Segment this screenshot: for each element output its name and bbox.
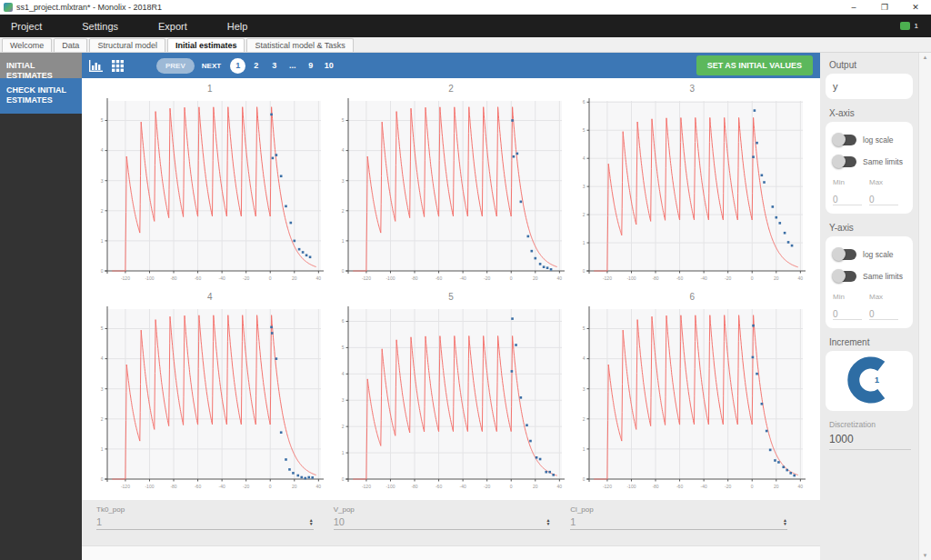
page-button-9[interactable]: 9	[303, 58, 318, 74]
subplot-title: 4	[207, 290, 213, 304]
param-v-pop-input[interactable]	[334, 516, 543, 527]
svg-text:2: 2	[583, 212, 586, 217]
svg-text:0: 0	[100, 476, 103, 482]
svg-text:-20: -20	[243, 275, 249, 281]
y-log-scale-toggle[interactable]	[833, 249, 856, 260]
svg-text:0: 0	[510, 484, 513, 489]
page-button-3[interactable]: 3	[266, 58, 282, 74]
menu-bar: Project Settings Export Help 1	[0, 15, 931, 37]
svg-text:0: 0	[751, 275, 754, 281]
chat-bubble-icon	[900, 22, 910, 30]
svg-text:-100: -100	[145, 484, 154, 489]
subplot-6: 6-120-100-80-60-40-2002040012345	[572, 290, 813, 498]
svg-text:2: 2	[342, 208, 345, 214]
scroll-up-icon[interactable]: ▲	[923, 55, 928, 60]
param-tk0-pop-input[interactable]	[96, 516, 305, 527]
tab-structural-model[interactable]: Structural model	[89, 38, 165, 52]
svg-text:-80: -80	[411, 275, 417, 281]
svg-text:5: 5	[342, 117, 345, 123]
svg-text:-100: -100	[385, 275, 395, 281]
svg-text:-120: -120	[603, 484, 612, 489]
minimize-button[interactable]: –	[838, 0, 869, 15]
page-button-10[interactable]: 10	[321, 58, 336, 74]
svg-text:4: 4	[342, 371, 345, 376]
plots-grid: 1-120-100-80-60-40-20020400123452-120-10…	[82, 78, 820, 500]
notification-area[interactable]: 1	[900, 22, 918, 30]
svg-text:0: 0	[583, 476, 586, 482]
svg-text:-60: -60	[676, 275, 683, 281]
subplot-5: 5-120-100-80-60-40-20020400123456	[330, 290, 571, 498]
close-button[interactable]: ✕	[900, 0, 931, 15]
x-axis-section-title: X-axis	[829, 108, 913, 118]
param-cl-pop-input[interactable]	[570, 516, 779, 527]
svg-text:2: 2	[100, 208, 103, 214]
svg-text:-80: -80	[170, 275, 176, 281]
subplot-canvas: -120-100-80-60-40-20020400123456	[575, 95, 809, 286]
svg-text:-40: -40	[459, 484, 466, 489]
toggle-knob	[832, 155, 846, 168]
page-button-1[interactable]: 1	[230, 58, 245, 74]
svg-text:-60: -60	[435, 484, 442, 489]
menu-help[interactable]: Help	[227, 21, 248, 32]
set-as-initial-values-button[interactable]: SET AS INITIAL VALUES	[696, 55, 813, 75]
output-value[interactable]: y	[833, 81, 906, 92]
svg-text:4: 4	[100, 355, 103, 361]
y-max-input[interactable]	[869, 309, 898, 320]
param-tk0-pop-stepper[interactable]: ▲▼	[309, 518, 314, 525]
svg-text:-100: -100	[627, 275, 636, 281]
svg-text:-20: -20	[725, 275, 731, 281]
menu-export[interactable]: Export	[158, 21, 187, 32]
param-v-pop-stepper[interactable]: ▲▼	[546, 518, 550, 525]
prev-button[interactable]: PREV	[156, 58, 195, 74]
svg-text:40: 40	[315, 484, 321, 489]
page-button-2[interactable]: 2	[248, 58, 264, 74]
discretization-value[interactable]: 1000	[829, 433, 911, 450]
next-button[interactable]: NEXT	[202, 62, 221, 70]
x-same-limits-toggle[interactable]	[833, 156, 856, 167]
y-same-limits-toggle[interactable]	[833, 271, 856, 282]
param-cl-pop-stepper[interactable]: ▲▼	[783, 518, 787, 525]
window-title: ss1_project.mlxtran* - Monolix - 2018R1	[16, 3, 838, 12]
tab-data[interactable]: Data	[54, 38, 87, 52]
subplot-canvas: -120-100-80-60-40-20020400123456	[334, 304, 568, 495]
svg-text:2: 2	[342, 424, 345, 429]
x-min-input[interactable]	[833, 195, 862, 205]
svg-text:-120: -120	[121, 275, 130, 281]
menu-project[interactable]: Project	[11, 21, 42, 32]
subplot-title: 2	[448, 82, 454, 95]
sidebar-item-check-initial-estimates[interactable]: CHECK INITIAL ESTIMATES	[0, 78, 82, 114]
svg-text:5: 5	[100, 325, 103, 331]
svg-text:-40: -40	[701, 275, 707, 281]
chart-view-icon[interactable]	[89, 60, 103, 72]
subplot-title: 5	[448, 290, 454, 304]
x-max-label: Max	[869, 178, 898, 186]
sidebar-item-initial-estimates[interactable]: INITIAL ESTIMATES	[0, 53, 82, 78]
svg-text:-40: -40	[459, 275, 466, 281]
vertical-scrollbar[interactable]: ▲ ▼	[918, 53, 931, 560]
svg-text:40: 40	[798, 484, 804, 489]
y-axis-card: log scale Same limits Min Max	[826, 236, 913, 328]
scroll-down-icon[interactable]: ▼	[923, 553, 928, 558]
tab-initial-estimates[interactable]: Initial estimates	[167, 38, 245, 52]
svg-text:1: 1	[583, 446, 586, 452]
maximize-button[interactable]: ❐	[869, 0, 900, 15]
grid-view-icon[interactable]	[112, 60, 124, 72]
menu-settings[interactable]: Settings	[82, 21, 118, 32]
y-min-input[interactable]	[833, 309, 862, 320]
svg-text:-20: -20	[484, 275, 490, 281]
svg-text:-40: -40	[218, 275, 225, 281]
svg-text:0: 0	[100, 268, 103, 274]
x-log-scale-toggle[interactable]	[833, 135, 856, 145]
horizontal-scroll-track[interactable]	[82, 545, 820, 560]
x-max-input[interactable]	[869, 195, 898, 205]
tab-welcome[interactable]: Welcome	[2, 38, 52, 52]
svg-text:-60: -60	[435, 275, 442, 281]
param-v-pop: V_pop ▲▼	[334, 505, 551, 545]
svg-text:-100: -100	[627, 484, 636, 489]
x-axis-card: log scale Same limits Min Max	[826, 122, 913, 214]
pagination: PREV NEXT 1 2 3 ... 9 10	[156, 58, 339, 74]
tab-statistical-model-tasks[interactable]: Statistical model & Tasks	[246, 38, 353, 52]
svg-text:1: 1	[342, 450, 345, 455]
svg-text:1: 1	[100, 446, 103, 452]
increment-dial[interactable]: 1	[841, 355, 897, 407]
